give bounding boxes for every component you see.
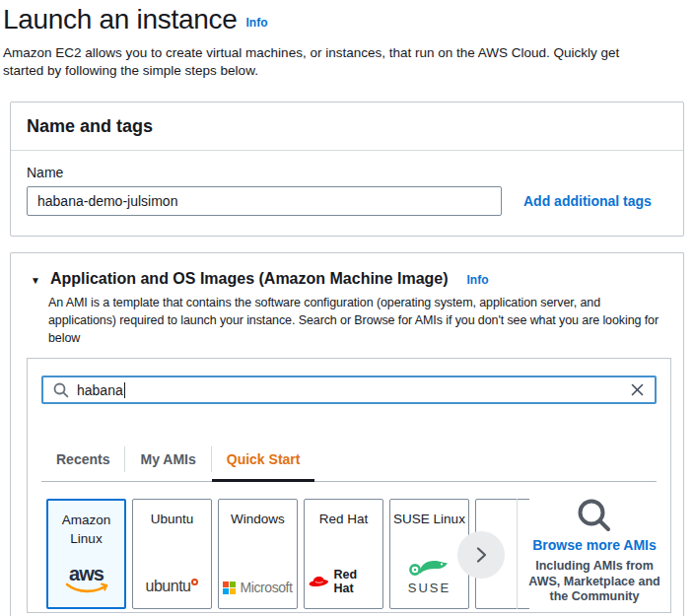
- aws-logo-icon: aws: [64, 565, 109, 594]
- name-and-tags-body: Name Add additional tags: [11, 151, 683, 230]
- ami-tabs: Recents My AMIs Quick Start: [41, 438, 657, 482]
- ami-info-link[interactable]: Info: [467, 273, 489, 287]
- name-input[interactable]: [27, 186, 502, 216]
- ami-search-input[interactable]: habana: [41, 376, 657, 404]
- cards-browse-divider: [517, 499, 518, 609]
- tab-recents[interactable]: Recents: [41, 438, 124, 481]
- search-value: habana: [77, 382, 123, 398]
- ami-card-label: Ubuntu: [151, 510, 194, 528]
- ami-card-ubuntu[interactable]: Ubuntu ubuntu: [132, 499, 212, 609]
- browse-more-amis-link[interactable]: Browse more AMIs: [532, 537, 657, 553]
- ami-card-label: Red Hat: [319, 510, 369, 528]
- tab-quick-start[interactable]: Quick Start: [212, 438, 315, 481]
- ami-section-description: An AMI is a template that contains the s…: [48, 294, 669, 347]
- suse-logo-icon: SUSE: [408, 557, 451, 595]
- clear-search-button[interactable]: [630, 382, 645, 397]
- name-and-tags-title: Name and tags: [11, 103, 683, 151]
- page-title-info-link[interactable]: Info: [245, 16, 267, 30]
- page-title: Launch an instance: [3, 4, 237, 34]
- ami-card-label: SUSE Linux: [393, 510, 465, 528]
- text-caret: [124, 382, 125, 398]
- scroll-right-button[interactable]: [457, 531, 505, 579]
- ami-chooser-panel: habana Recents My AMIs Quick Start: [27, 358, 671, 613]
- tab-my-amis[interactable]: My AMIs: [125, 438, 210, 481]
- ami-card-label: Windows: [231, 510, 285, 528]
- browse-more-subtext: Including AMIs from AWS, Marketplace and…: [528, 559, 659, 605]
- ami-section: ▼ Application and OS Images (Amazon Mach…: [10, 252, 684, 616]
- search-icon-large: [576, 497, 613, 534]
- add-additional-tags-link[interactable]: Add additional tags: [523, 193, 652, 209]
- ami-section-title: Application and OS Images (Amazon Machin…: [50, 270, 449, 288]
- microsoft-logo-icon: Microsoft: [223, 580, 292, 595]
- ami-card-amazon-linux[interactable]: Amazon Linux aws: [46, 499, 126, 609]
- ami-card-red-hat[interactable]: Red Hat Red Hat: [304, 499, 383, 609]
- name-and-tags-section: Name and tags Name Add additional tags: [10, 102, 684, 237]
- chevron-right-icon: [471, 545, 491, 565]
- ami-card-windows[interactable]: Windows Microsoft: [218, 499, 298, 609]
- search-icon: [53, 382, 69, 398]
- name-label: Name: [27, 165, 667, 180]
- ubuntu-logo-icon: ubuntu: [146, 578, 199, 595]
- collapse-triangle-icon[interactable]: ▼: [31, 275, 40, 286]
- redhat-logo-icon: Red Hat: [308, 568, 380, 595]
- page-header: Launch an instanceInfo Amazon EC2 allows…: [3, 4, 683, 80]
- page-description: Amazon EC2 allows you to create virtual …: [3, 44, 661, 80]
- launch-instance-page: Launch an instanceInfo Amazon EC2 allows…: [0, 0, 694, 616]
- ami-card-label: Amazon Linux: [51, 511, 121, 548]
- browse-more-panel: Browse more AMIs Including AMIs from AWS…: [520, 497, 668, 611]
